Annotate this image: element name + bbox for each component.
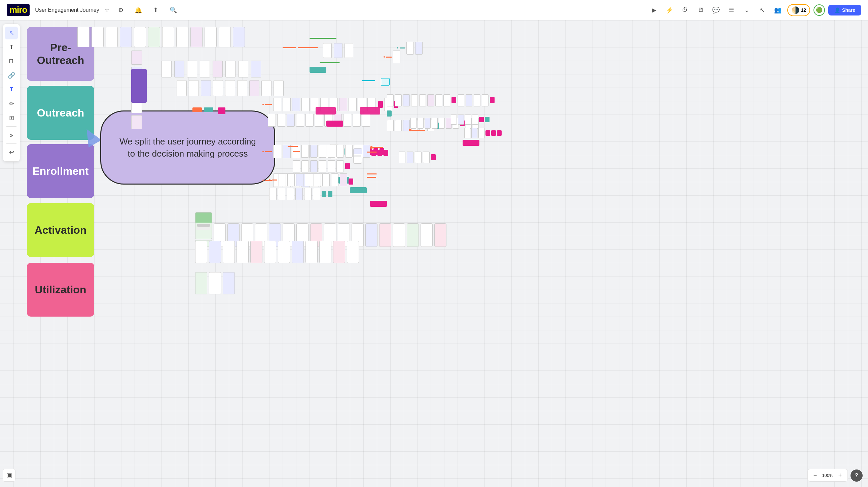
- far-right-cards-block: [399, 151, 493, 163]
- pen-tool[interactable]: ✏: [5, 97, 18, 110]
- layout-button[interactable]: ☰: [725, 4, 738, 16]
- toolbar-divider-2: [6, 143, 17, 144]
- orange-conn-act3: [367, 177, 376, 178]
- collaborate-button[interactable]: 👥: [772, 4, 784, 16]
- orange-connector-2: [298, 47, 318, 48]
- outreach-phone-row: [177, 80, 284, 96]
- select-tool[interactable]: ↖: [5, 27, 18, 39]
- panel-toggle-button[interactable]: ▣: [3, 469, 16, 482]
- far-right-orange-dot: [409, 128, 411, 131]
- timer-counter[interactable]: 🌗 12: [787, 4, 810, 16]
- pink-sticky-4: [370, 201, 387, 207]
- header-left: miro User Engagement Journey ☆ ⚙ 🔔 ⬆ 🔍: [7, 4, 179, 16]
- favorite-icon[interactable]: ☆: [105, 7, 109, 13]
- pre-outreach-cards-row: [78, 27, 246, 47]
- export-button[interactable]: ⬆: [150, 4, 162, 16]
- timer-count: 12: [801, 7, 806, 13]
- text2-tool[interactable]: T: [5, 83, 18, 96]
- top-right-row2: [397, 42, 423, 55]
- teal-sticky-1: [310, 67, 326, 73]
- zoom-controls: − 100% +: [807, 469, 848, 482]
- screen-share-button[interactable]: 🖥: [694, 4, 707, 16]
- phone-mock-activation: [353, 148, 362, 164]
- frame-tool[interactable]: ⊞: [5, 112, 18, 124]
- orange-dot-right: [370, 146, 373, 149]
- stage-utilization-label: Utilization: [35, 283, 87, 296]
- user-avatar[interactable]: 🟢: [813, 4, 825, 16]
- teal-sticky-2: [350, 187, 367, 193]
- bubble-sticky-orange: [192, 108, 202, 112]
- top-right-cards: [323, 43, 353, 58]
- activation-right-track: [269, 173, 353, 186]
- link-icon: 🔗: [8, 72, 15, 79]
- large-purple-card: [131, 69, 147, 103]
- help-button[interactable]: ?: [850, 469, 863, 482]
- orange-conn-act1: [367, 151, 377, 152]
- sticky-note-tool[interactable]: 🗒: [5, 55, 18, 68]
- share-label: Share: [842, 7, 855, 13]
- text2-icon: T: [10, 87, 13, 93]
- play-button[interactable]: ▶: [648, 4, 660, 16]
- cursor-tool-button[interactable]: ↖: [756, 4, 768, 16]
- cyan-sticky-1: [381, 78, 390, 86]
- activation-phones-row2: [195, 241, 359, 263]
- notifications-button[interactable]: 🔔: [132, 4, 144, 16]
- orange-connector-1: [283, 47, 296, 48]
- pink-sticky-2: [360, 107, 380, 115]
- settings-button[interactable]: ⚙: [115, 4, 127, 16]
- share-icon: 👤: [834, 7, 840, 13]
- stage-enrollment[interactable]: Enrollment: [27, 144, 94, 198]
- pink-sticky-3: [326, 121, 343, 126]
- frame-icon: ⊞: [9, 114, 14, 122]
- note-icon: 🗒: [8, 58, 14, 65]
- stage-outreach-label: Outreach: [37, 107, 84, 119]
- chevron-down-icon[interactable]: ⌄: [741, 4, 753, 16]
- bottom-left-panel: ▣: [3, 469, 16, 482]
- enrollment-bottom-track: [293, 160, 350, 172]
- minus-icon: −: [813, 472, 817, 479]
- outreach-cards-spread: [161, 61, 296, 78]
- share-button[interactable]: 👤 Share: [828, 5, 861, 16]
- lightning-button[interactable]: ⚡: [663, 4, 676, 16]
- text-tool[interactable]: T: [5, 41, 18, 54]
- track1-row2: [268, 114, 370, 126]
- left-toolbar: ↖ T 🗒 🔗 T ✏ ⊞ » ↩: [3, 24, 20, 162]
- speech-bubble-text: We split the user journey according to t…: [118, 135, 257, 160]
- more-icon: »: [10, 132, 13, 139]
- speech-bubble: We split the user journey according to t…: [100, 111, 275, 184]
- zoom-in-button[interactable]: +: [835, 470, 845, 480]
- cyan-connector-1: [362, 80, 375, 81]
- more-tools-button[interactable]: »: [5, 128, 18, 141]
- toolbar-divider: [6, 126, 17, 126]
- pen-icon: ✏: [9, 100, 14, 108]
- help-icon: ?: [855, 472, 858, 479]
- utilization-phones: [195, 272, 235, 294]
- search-button[interactable]: 🔍: [167, 4, 179, 16]
- miro-logo: miro: [7, 4, 30, 16]
- panel-icon: ▣: [6, 471, 12, 479]
- far-right-orange-line: [411, 130, 425, 131]
- link-tool[interactable]: 🔗: [5, 69, 18, 82]
- timer-button[interactable]: ⏱: [679, 4, 691, 16]
- bubble-sticky-teal: [204, 108, 213, 112]
- orange-conn-act2: [367, 173, 377, 174]
- green-connector-2: [320, 62, 340, 63]
- stage-utilization[interactable]: Utilization: [27, 263, 94, 317]
- undo-icon: ↩: [9, 148, 14, 156]
- bubble-sticky-pink: [218, 108, 225, 114]
- stage-enrollment-label: Enrollment: [32, 165, 89, 177]
- canvas[interactable]: Pre-Outreach Outreach Enrollment Activat…: [0, 20, 868, 487]
- zoom-out-button[interactable]: −: [810, 470, 820, 480]
- far-right-block1: [451, 115, 498, 124]
- pink-sticky-5: [463, 140, 479, 146]
- stage-activation-label: Activation: [35, 224, 87, 236]
- rightmost-cards: [464, 128, 502, 138]
- stage-activation[interactable]: Activation: [27, 203, 94, 257]
- header-right: ▶ ⚡ ⏱ 🖥 💬 ☰ ⌄ ↖ 👥 🌗 12 🟢 👤 Share: [648, 4, 862, 16]
- undo-button[interactable]: ↩: [5, 146, 18, 159]
- orange-connector-right: [373, 147, 383, 148]
- zoom-level: 100%: [821, 473, 834, 478]
- comment-button[interactable]: 💬: [710, 4, 722, 16]
- board-title: User Engagement Journey: [35, 7, 99, 13]
- select-icon: ↖: [9, 29, 14, 37]
